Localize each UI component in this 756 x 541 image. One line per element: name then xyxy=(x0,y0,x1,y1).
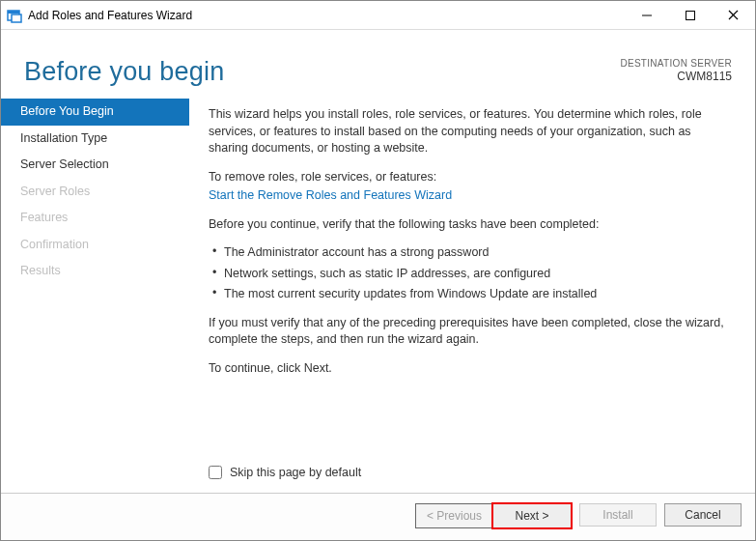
content-pane: This wizard helps you install roles, rol… xyxy=(189,95,732,458)
sidebar-item-server-selection[interactable]: Server Selection xyxy=(1,152,189,179)
remove-wizard-link[interactable]: Start the Remove Roles and Features Wiza… xyxy=(209,188,452,202)
svg-rect-1 xyxy=(8,11,19,14)
sidebar-item-label: Server Roles xyxy=(20,185,90,198)
list-item: The Administrator account has a strong p… xyxy=(212,244,732,262)
previous-button: < Previous xyxy=(416,504,493,527)
window-controls xyxy=(625,1,755,29)
next-button[interactable]: Next > xyxy=(493,504,571,527)
sidebar-item-server-roles: Server Roles xyxy=(1,179,189,206)
destination-block: DESTINATION SERVER CWM8115 xyxy=(620,57,732,85)
nav-button-pair: < Previous Next > xyxy=(415,503,572,528)
svg-rect-4 xyxy=(686,11,694,19)
remove-label: To remove roles, role services, or featu… xyxy=(209,169,732,186)
sidebar-item-confirmation: Confirmation xyxy=(1,232,189,259)
verify-heading: Before you continue, verify that the fol… xyxy=(209,216,732,234)
minimize-button[interactable] xyxy=(625,1,668,29)
sidebar-item-label: Before You Begin xyxy=(20,104,114,118)
prerequisite-list: The Administrator account has a strong p… xyxy=(212,244,732,303)
app-icon xyxy=(7,8,22,23)
sidebar: Before You Begin Installation Type Serve… xyxy=(1,95,189,458)
page-title: Before you begin xyxy=(24,57,620,87)
destination-server-name: CWM8115 xyxy=(620,70,732,85)
maximize-button[interactable] xyxy=(668,1,712,29)
continue-note: To continue, click Next. xyxy=(209,360,732,378)
header: Before you begin DESTINATION SERVER CWM8… xyxy=(1,30,755,95)
sidebar-item-features: Features xyxy=(1,205,189,232)
footer: < Previous Next > Install Cancel xyxy=(1,493,755,540)
list-item: Network settings, such as static IP addr… xyxy=(212,266,732,283)
svg-rect-2 xyxy=(12,14,21,22)
install-button: Install xyxy=(579,503,657,527)
intro-text: This wizard helps you install roles, rol… xyxy=(209,106,732,157)
titlebar: Add Roles and Features Wizard xyxy=(1,1,755,30)
sidebar-item-installation-type[interactable]: Installation Type xyxy=(1,126,189,153)
skip-row: Skip this page by default xyxy=(1,458,755,493)
cancel-button[interactable]: Cancel xyxy=(664,503,742,527)
sidebar-item-label: Features xyxy=(20,211,68,224)
sidebar-item-label: Confirmation xyxy=(20,238,89,251)
sidebar-item-label: Server Selection xyxy=(20,157,109,171)
body: Before You Begin Installation Type Serve… xyxy=(1,95,755,458)
skip-label: Skip this page by default xyxy=(230,466,361,479)
window-title: Add Roles and Features Wizard xyxy=(28,9,625,22)
skip-checkbox[interactable] xyxy=(209,466,222,479)
sidebar-item-label: Results xyxy=(20,264,61,277)
verify-note: If you must verify that any of the prece… xyxy=(209,315,732,349)
sidebar-item-before-you-begin[interactable]: Before You Begin xyxy=(1,99,189,126)
close-button[interactable] xyxy=(712,1,755,29)
list-item: The most current security updates from W… xyxy=(212,286,732,303)
destination-label: DESTINATION SERVER xyxy=(620,57,732,70)
sidebar-item-label: Installation Type xyxy=(20,131,107,145)
sidebar-item-results: Results xyxy=(1,258,189,285)
